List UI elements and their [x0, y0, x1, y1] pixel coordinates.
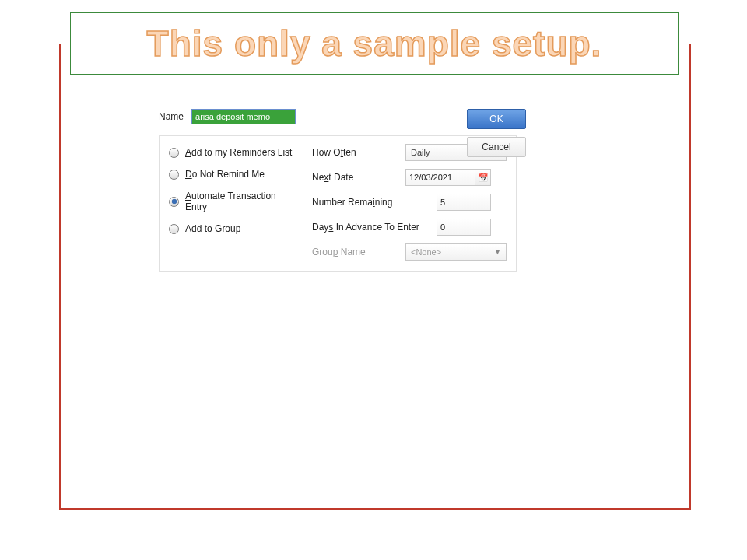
radio-add-to-reminders[interactable]: Add to my Reminders List — [169, 147, 296, 158]
annotation-banner: This only a sample setup. — [70, 12, 679, 75]
radio-label: Do Not Remind Me — [185, 169, 265, 180]
calendar-icon: 📅 — [478, 173, 489, 183]
number-remaining-label: Number Remaining — [312, 197, 437, 208]
group-name-label: Group Name — [312, 247, 405, 257]
cancel-button[interactable]: Cancel — [467, 137, 526, 157]
chevron-down-icon: ▼ — [494, 248, 501, 256]
radio-icon — [169, 224, 179, 234]
group-name-value: <None> — [411, 247, 441, 257]
days-advance-label: Days In Advance To Enter — [312, 222, 437, 233]
how-often-label: How Often — [312, 147, 405, 158]
next-date-label: Next Date — [312, 172, 405, 183]
name-input[interactable]: arisa deposit memo — [191, 109, 296, 124]
radio-icon — [169, 197, 179, 207]
radio-automate-entry[interactable]: Automate Transaction Entry — [169, 191, 296, 212]
memorize-transaction-dialog: Name arisa deposit memo Add to my Remind… — [159, 109, 517, 272]
radio-icon — [169, 148, 179, 158]
group-name-select: <None> ▼ — [405, 243, 507, 261]
radio-add-to-group[interactable]: Add to Group — [169, 223, 296, 234]
days-advance-input[interactable]: 0 — [437, 219, 491, 236]
dialog-buttons: OK Cancel — [467, 109, 526, 157]
ok-button[interactable]: OK — [467, 109, 526, 129]
calendar-button[interactable]: 📅 — [475, 169, 491, 186]
annotation-banner-text: This only a sample setup. — [147, 23, 602, 65]
number-remaining-input[interactable]: 5 — [437, 194, 491, 211]
radio-do-not-remind[interactable]: Do Not Remind Me — [169, 169, 296, 180]
options-panel: Add to my Reminders List Do Not Remind M… — [159, 135, 517, 272]
name-label: Name — [159, 111, 184, 122]
how-often-value: Daily — [411, 148, 430, 157]
radio-icon — [169, 170, 179, 180]
radio-label: Add to Group — [185, 223, 240, 234]
radio-label: Add to my Reminders List — [185, 147, 292, 158]
next-date-input[interactable]: 12/03/2021 — [405, 169, 475, 186]
radio-label: Automate Transaction Entry — [185, 191, 296, 212]
